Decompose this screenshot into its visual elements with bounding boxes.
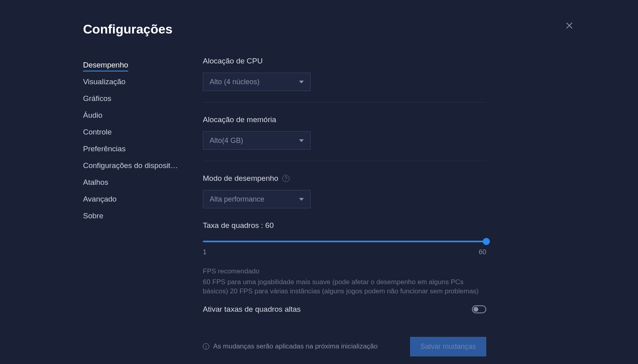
chevron-down-icon — [299, 198, 304, 201]
sidebar-item-controle[interactable]: Controle — [83, 124, 183, 140]
sidebar-item-avancado[interactable]: Avançado — [83, 191, 183, 208]
sidebar-item-label: Gráficos — [83, 94, 111, 103]
slider-track — [203, 241, 486, 242]
performance-select[interactable]: Alta performance — [203, 190, 311, 208]
sidebar-item-label: Avançado — [83, 195, 117, 203]
save-button[interactable]: Salvar mudanças — [410, 337, 486, 356]
sidebar-item-label: Sobre — [83, 212, 103, 220]
sidebar-item-graficos[interactable]: Gráficos — [83, 90, 183, 107]
high-fps-toggle-row: Ativar taxas de quadros altas — [203, 305, 486, 314]
sidebar-item-label: Áudio — [83, 111, 103, 119]
sidebar-item-label: Controle — [83, 128, 112, 136]
help-icon[interactable]: ? — [282, 175, 289, 182]
sidebar-item-visualizacao[interactable]: Visualização — [83, 73, 183, 90]
chevron-down-icon — [299, 139, 304, 142]
sidebar-item-label: Desempenho — [83, 61, 128, 71]
high-fps-toggle[interactable] — [472, 305, 486, 313]
performance-select-value: Alta performance — [210, 195, 264, 204]
sidebar: Desempenho Visualização Gráficos Áudio C… — [83, 57, 183, 356]
notice-text: As mudanças serão aplicadas na próxima i… — [213, 342, 378, 350]
sidebar-item-label: Preferências — [83, 144, 126, 153]
memory-select-value: Alto(4 GB) — [210, 136, 243, 145]
memory-label: Alocação de memória — [203, 115, 486, 124]
sidebar-item-audio[interactable]: Áudio — [83, 107, 183, 124]
sidebar-item-label: Visualização — [83, 77, 125, 86]
fps-info: FPS recomendado 60 FPS para uma jogabili… — [203, 267, 486, 296]
sidebar-item-sobre[interactable]: Sobre — [83, 208, 183, 224]
memory-select[interactable]: Alto(4 GB) — [203, 131, 311, 150]
cpu-select[interactable]: Alto (4 núcleos) — [203, 73, 311, 91]
slider-range-labels: 1 60 — [203, 248, 486, 256]
footer: i As mudanças serão aplicadas na próxima… — [203, 337, 486, 356]
sidebar-item-label: Atalhos — [83, 178, 108, 186]
high-fps-toggle-label: Ativar taxas de quadros altas — [203, 305, 301, 314]
fps-info-description: 60 FPS para uma jogabilidade mais suave … — [203, 278, 486, 296]
chevron-down-icon — [299, 81, 304, 83]
sidebar-item-preferencias[interactable]: Preferências — [83, 140, 183, 157]
restart-notice: i As mudanças serão aplicadas na próxima… — [203, 342, 378, 350]
cpu-select-value: Alto (4 núcleos) — [210, 78, 260, 86]
sidebar-item-atalhos[interactable]: Atalhos — [83, 174, 183, 191]
framerate-label: Taxa de quadros : 60 — [203, 221, 486, 230]
info-icon: i — [203, 343, 209, 350]
close-button[interactable] — [565, 21, 574, 30]
toggle-handle — [474, 307, 478, 312]
close-icon — [565, 21, 574, 30]
memory-section: Alocação de memória Alto(4 GB) — [203, 115, 486, 161]
page-title: Configurações — [83, 22, 172, 37]
framerate-slider[interactable] — [203, 237, 486, 246]
performance-label: Modo de desempenho ? — [203, 174, 486, 183]
performance-section: Modo de desempenho ? Alta performance — [203, 174, 486, 208]
framerate-section: Taxa de quadros : 60 1 60 — [203, 221, 486, 256]
slider-max-label: 60 — [479, 248, 486, 256]
fps-info-title: FPS recomendado — [203, 267, 486, 275]
sidebar-item-desempenho[interactable]: Desempenho — [83, 57, 183, 73]
cpu-label: Alocação de CPU — [203, 57, 486, 65]
sidebar-item-dispositivo[interactable]: Configurações do disposit… — [83, 157, 183, 174]
cpu-section: Alocação de CPU Alto (4 núcleos) — [203, 57, 486, 103]
main-content: Alocação de CPU Alto (4 núcleos) Alocaçã… — [203, 57, 486, 356]
sidebar-item-label: Configurações do disposit… — [83, 161, 178, 170]
slider-min-label: 1 — [203, 248, 206, 256]
slider-thumb[interactable] — [483, 238, 490, 245]
